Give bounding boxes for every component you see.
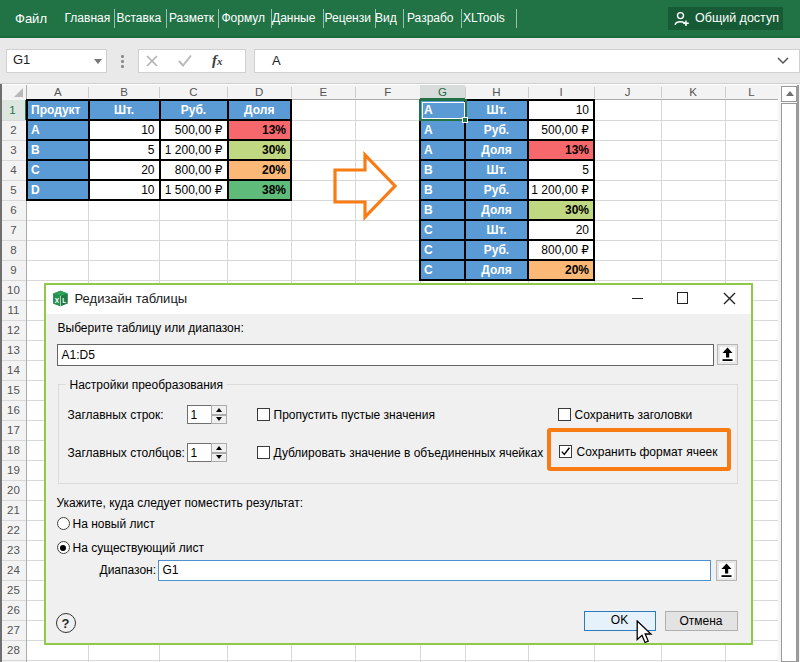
svg-text:L: L xyxy=(62,297,66,304)
svg-text:X: X xyxy=(54,297,59,304)
